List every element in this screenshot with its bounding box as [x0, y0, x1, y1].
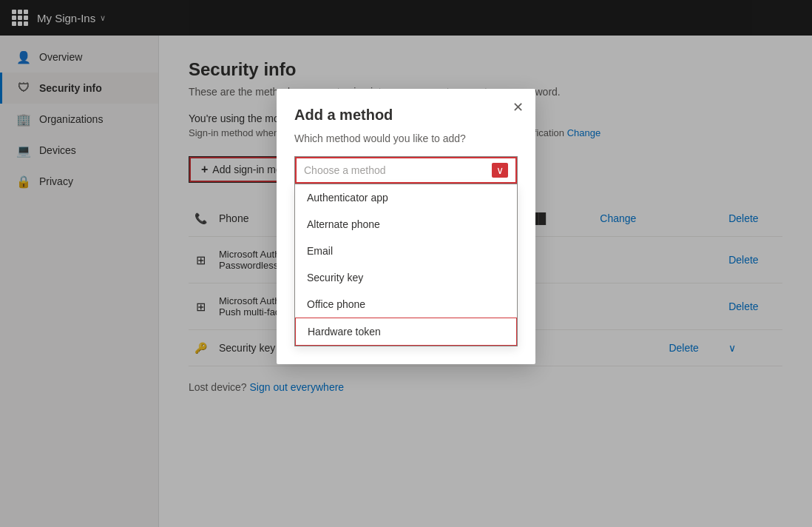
method-select-dropdown[interactable]: Choose a method ∨ [294, 156, 518, 184]
modal-overlay: Add a method ✕ Which method would you li… [0, 0, 812, 527]
modal-subtitle: Which method would you like to add? [294, 132, 518, 144]
dropdown-item-security-key[interactable]: Security key [295, 264, 517, 291]
modal-close-button[interactable]: ✕ [512, 101, 524, 114]
dropdown-item-hardware-token[interactable]: Hardware token [295, 318, 517, 346]
dropdown-list: Authenticator app Alternate phone Email … [294, 184, 518, 346]
dropdown-item-alternate-phone[interactable]: Alternate phone [295, 211, 517, 238]
chevron-down-icon: ∨ [492, 163, 508, 178]
dropdown-item-office-phone[interactable]: Office phone [295, 291, 517, 318]
add-method-modal: Add a method ✕ Which method would you li… [277, 89, 535, 364]
modal-title: Add a method [294, 107, 518, 124]
dropdown-item-email[interactable]: Email [295, 238, 517, 264]
dropdown-item-authenticator-app[interactable]: Authenticator app [295, 184, 517, 211]
method-select-placeholder: Choose a method [304, 164, 386, 176]
